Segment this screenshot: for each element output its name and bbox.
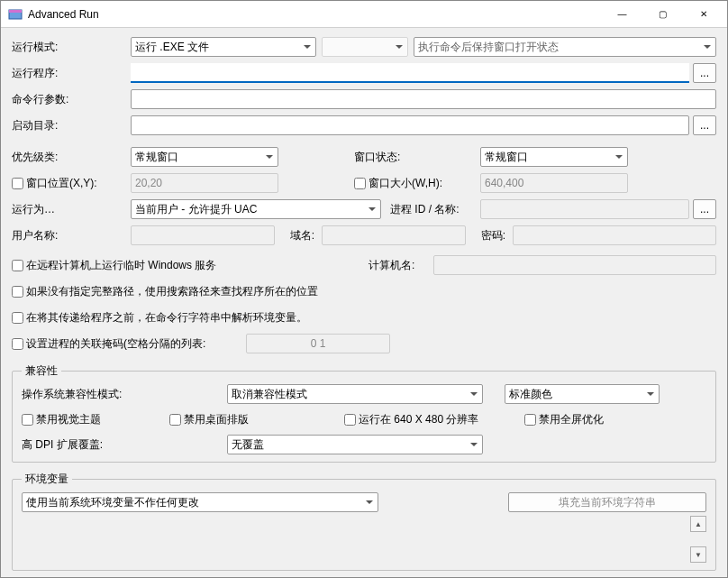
env-legend: 环境变量 <box>22 472 72 487</box>
disable-themes-checkbox[interactable] <box>22 414 33 426</box>
disable-fullscreen-checkbox[interactable] <box>524 414 536 426</box>
os-compat-label: 操作系统兼容性模式: <box>22 387 227 402</box>
username-label: 用户名称: <box>12 228 131 243</box>
scroll-down-icon[interactable]: ▼ <box>690 546 706 563</box>
password-label: 密码: <box>466 228 513 243</box>
window-state-label: 窗口状态: <box>354 150 480 165</box>
window-state-select[interactable]: 常规窗口 <box>480 147 628 167</box>
domain-label: 域名: <box>275 228 322 243</box>
close-button[interactable]: ✕ <box>683 1 723 28</box>
env-text-area: ▲ ▼ <box>22 516 706 563</box>
client-area: 运行模式: 运行 .EXE 文件 执行命令后保持窗口打开状态 运行程序: <box>1 28 727 578</box>
env-group: 环境变量 使用当前系统环境变量不作任何更改 填充当前环境字符串 ▲ ▼ <box>12 472 716 571</box>
window-title: Advanced Run <box>28 8 602 21</box>
cmd-params-label: 命令行参数: <box>12 92 131 107</box>
process-id-input <box>480 199 689 219</box>
start-dir-label: 启动目录: <box>12 118 131 133</box>
remote-service-check[interactable]: 在远程计算机上运行临时 Windows 服务 <box>12 258 369 273</box>
disable-desktop-checkbox[interactable] <box>169 414 181 426</box>
process-id-label: 进程 ID / 名称: <box>390 202 480 217</box>
use-search-path-check[interactable]: 如果没有指定完整路径，使用搜索路径来查找程序所在的位置 <box>12 284 318 299</box>
window-size-check[interactable]: 窗口大小(W,H): <box>354 176 480 191</box>
run-mode-label: 运行模式: <box>12 40 131 55</box>
domain-input <box>322 225 466 245</box>
svg-rect-1 <box>9 10 22 13</box>
parse-env-check[interactable]: 在将其传递给程序之前，在命令行字符串中解析环境变量。 <box>12 310 307 326</box>
run-640x480-check[interactable]: 运行在 640 X 480 分辨率 <box>344 412 524 427</box>
window-size-checkbox[interactable] <box>354 178 366 189</box>
titlebar: Advanced Run — ▢ ✕ <box>1 1 727 28</box>
run-program-input[interactable] <box>131 63 689 83</box>
run-program-label: 运行程序: <box>12 66 131 81</box>
run-as-select[interactable]: 当前用户 - 允许提升 UAC <box>131 199 381 219</box>
minimize-button[interactable]: — <box>602 1 642 28</box>
password-input <box>513 225 716 245</box>
priority-select[interactable]: 常规窗口 <box>131 147 278 167</box>
parse-env-checkbox[interactable] <box>12 312 23 324</box>
cmd-params-input[interactable] <box>131 89 716 109</box>
browse-program-button[interactable]: ... <box>693 63 716 83</box>
browse-dir-button[interactable]: ... <box>693 115 716 135</box>
run-mode-sub-select <box>322 37 408 57</box>
start-dir-input[interactable] <box>131 115 689 135</box>
window-pos-input <box>131 173 278 193</box>
scroll-up-icon[interactable]: ▲ <box>690 516 706 532</box>
run-as-label: 运行为… <box>12 202 131 217</box>
color-mode-select[interactable]: 标准颜色 <box>505 384 660 404</box>
compat-group: 兼容性 操作系统兼容性模式: 取消兼容性模式 标准颜色 <box>12 363 716 463</box>
window-pos-check[interactable]: 窗口位置(X,Y): <box>12 176 131 191</box>
env-mode-select[interactable]: 使用当前系统环境变量不作任何更改 <box>22 492 378 512</box>
affinity-checkbox[interactable] <box>12 338 23 350</box>
dpi-override-select[interactable]: 无覆盖 <box>227 435 483 454</box>
maximize-button[interactable]: ▢ <box>642 1 683 28</box>
run-640x480-checkbox[interactable] <box>344 414 356 426</box>
computer-name-label: 计算机名: <box>369 258 433 273</box>
affinity-check[interactable]: 设置进程的关联掩码(空格分隔的列表: <box>12 336 246 352</box>
window-size-input <box>480 173 628 193</box>
fill-env-button: 填充当前环境字符串 <box>508 492 706 512</box>
main-window: Advanced Run — ▢ ✕ 运行模式: 运行 .EXE 文件 执行命 <box>0 0 728 578</box>
disable-fullscreen-check[interactable]: 禁用全屏优化 <box>524 412 706 427</box>
disable-themes-check[interactable]: 禁用视觉主题 <box>22 412 169 427</box>
env-scrollbar[interactable]: ▲ ▼ <box>690 516 706 563</box>
computer-name-input <box>433 255 716 275</box>
browse-process-button[interactable]: ... <box>693 199 716 219</box>
run-mode-select[interactable]: 运行 .EXE 文件 <box>131 37 316 57</box>
app-icon <box>8 7 23 22</box>
remote-service-checkbox[interactable] <box>12 260 23 271</box>
after-exec-select[interactable]: 执行命令后保持窗口打开状态 <box>414 37 716 57</box>
disable-desktop-check[interactable]: 禁用桌面排版 <box>169 412 344 427</box>
os-compat-select[interactable]: 取消兼容性模式 <box>227 384 483 404</box>
window-pos-checkbox[interactable] <box>12 178 23 189</box>
priority-label: 优先级类: <box>12 150 131 165</box>
compat-legend: 兼容性 <box>22 363 61 379</box>
affinity-input <box>246 334 390 353</box>
use-search-path-checkbox[interactable] <box>12 286 23 298</box>
dpi-override-label: 高 DPI 扩展覆盖: <box>22 437 227 453</box>
username-input <box>131 225 275 245</box>
